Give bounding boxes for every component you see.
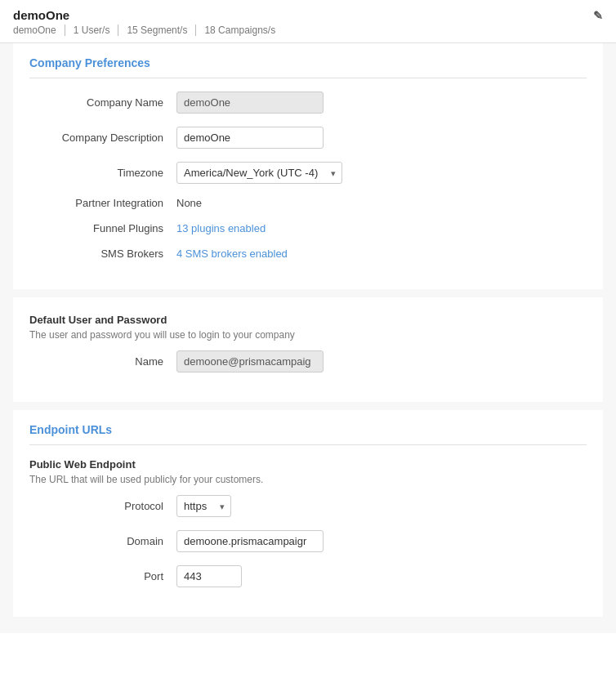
sms-brokers-row: SMS Brokers 4 SMS brokers enabled bbox=[29, 248, 587, 260]
company-name-label: Company Name bbox=[29, 96, 176, 109]
timezone-label: Timezone bbox=[29, 167, 176, 179]
default-user-section: Default User and Password The user and p… bbox=[13, 297, 603, 402]
sms-brokers-value[interactable]: 4 SMS brokers enabled bbox=[176, 248, 288, 260]
default-user-desc: The user and password you will use to lo… bbox=[29, 329, 587, 341]
protocol-row: Protocol https http ▾ bbox=[29, 495, 587, 517]
default-user-title: Default User and Password bbox=[29, 314, 587, 326]
meta-company: demoOne bbox=[13, 25, 65, 36]
company-preferences-title: Company Preferences bbox=[29, 56, 587, 69]
company-name-row: Company Name bbox=[29, 91, 587, 114]
content-area: Company Preferences Company Name Company… bbox=[0, 43, 616, 633]
port-input[interactable] bbox=[176, 565, 242, 587]
domain-label: Domain bbox=[29, 535, 176, 547]
protocol-label: Protocol bbox=[29, 500, 176, 512]
company-name-input[interactable] bbox=[176, 91, 324, 114]
domain-row: Domain bbox=[29, 530, 587, 552]
company-title-bar: demoOne ✎ bbox=[13, 8, 603, 22]
company-description-row: Company Description bbox=[29, 127, 587, 149]
funnel-plugins-value[interactable]: 13 plugins enabled bbox=[176, 222, 266, 234]
default-name-input[interactable] bbox=[176, 350, 324, 372]
timezone-select[interactable]: America/New_York (UTC -4) bbox=[176, 162, 342, 184]
domain-input[interactable] bbox=[176, 530, 324, 552]
endpoint-urls-title: Endpoint URLs bbox=[29, 423, 587, 436]
default-name-row: Name bbox=[29, 350, 587, 372]
sms-brokers-label: SMS Brokers bbox=[29, 248, 176, 260]
edit-icon[interactable]: ✎ bbox=[593, 9, 603, 22]
funnel-plugins-row: Funnel Plugins 13 plugins enabled bbox=[29, 222, 587, 234]
partner-integration-label: Partner Integration bbox=[29, 197, 176, 209]
meta-segments: 15 Segment/s bbox=[127, 25, 196, 36]
page-wrapper: demoOne ✎ demoOne 1 User/s 15 Segment/s … bbox=[0, 0, 616, 687]
meta-users: 1 User/s bbox=[74, 25, 119, 36]
port-label: Port bbox=[29, 570, 176, 582]
timezone-select-wrapper: America/New_York (UTC -4) ▾ bbox=[176, 162, 342, 184]
company-preferences-section: Company Preferences Company Name Company… bbox=[13, 43, 603, 289]
company-description-input[interactable] bbox=[176, 127, 324, 149]
top-header: demoOne ✎ demoOne 1 User/s 15 Segment/s … bbox=[0, 0, 616, 43]
default-name-label: Name bbox=[29, 355, 176, 368]
protocol-select[interactable]: https http bbox=[176, 495, 231, 517]
partner-integration-row: Partner Integration None bbox=[29, 197, 587, 209]
timezone-row: Timezone America/New_York (UTC -4) ▾ bbox=[29, 162, 587, 184]
public-web-title: Public Web Endpoint bbox=[29, 458, 587, 471]
partner-integration-value: None bbox=[176, 197, 202, 209]
funnel-plugins-label: Funnel Plugins bbox=[29, 222, 176, 234]
company-title-text: demoOne bbox=[13, 8, 69, 22]
company-description-label: Company Description bbox=[29, 132, 176, 144]
public-web-desc: The URL that will be used publicly for y… bbox=[29, 474, 587, 485]
endpoint-urls-section: Endpoint URLs Public Web Endpoint The UR… bbox=[13, 410, 603, 617]
port-row: Port bbox=[29, 565, 587, 587]
protocol-select-wrapper: https http ▾ bbox=[176, 495, 231, 517]
meta-campaigns: 18 Campaigns/s bbox=[204, 25, 283, 36]
company-meta: demoOne 1 User/s 15 Segment/s 18 Campaig… bbox=[13, 25, 603, 36]
